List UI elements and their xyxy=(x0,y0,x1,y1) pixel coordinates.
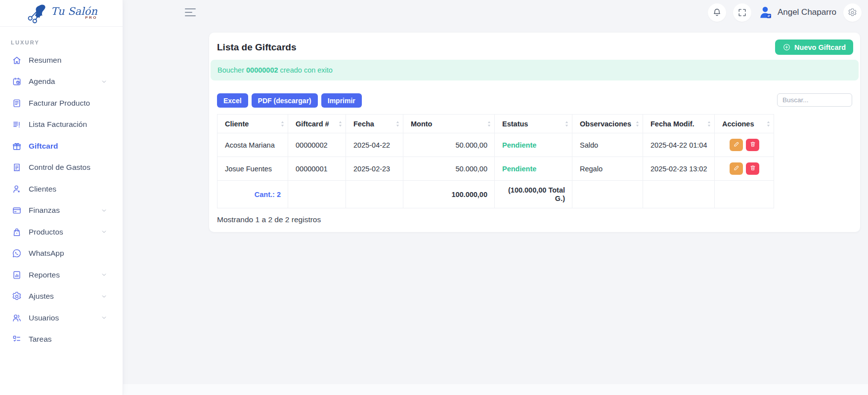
chevron-down-icon xyxy=(101,79,107,85)
sort-icon xyxy=(766,120,771,127)
monto-cell: 50.000,00 xyxy=(403,133,495,157)
sort-icon xyxy=(564,120,569,127)
sort-icon xyxy=(338,120,343,127)
sidebar-item-usuarios[interactable]: Usuarios xyxy=(0,307,123,329)
sidebar-item-reportes[interactable]: Reportes xyxy=(0,264,123,286)
bag-icon xyxy=(12,227,22,237)
sidebar-item-lista-facturaci-n[interactable]: Lista Facturación xyxy=(0,114,123,136)
search-input[interactable] xyxy=(777,93,852,107)
settings-button[interactable] xyxy=(843,3,862,22)
sidebar-item-giftcard[interactable]: Giftcard xyxy=(0,135,123,157)
sidebar-item-ajustes[interactable]: Ajustes xyxy=(0,286,123,308)
status-badge: Pendiente xyxy=(502,141,536,149)
footer-empty xyxy=(643,181,715,208)
sort-icon xyxy=(707,120,711,127)
main-panel: Lista de Giftcards Nuevo Giftcard Bouche… xyxy=(123,25,868,232)
chevron-down-icon xyxy=(101,272,107,278)
page-title: Lista de Giftcards xyxy=(217,42,297,53)
giftcard-cell: 00000001 xyxy=(288,157,346,181)
client-star-icon xyxy=(12,184,22,194)
menu-toggle-button[interactable] xyxy=(183,6,198,19)
trash-icon xyxy=(749,164,756,173)
voucher-code: 00000002 xyxy=(246,66,278,74)
sidebar-item-label: Reportes xyxy=(29,271,60,279)
list-icon xyxy=(12,119,22,129)
app-root: Tu Salón PRO LUXURY ResumenAgendaFactura… xyxy=(0,0,868,232)
estatus-cell: Pendiente xyxy=(495,133,572,157)
success-alert: Boucher 00000002 creado con exito xyxy=(211,60,859,80)
user-menu[interactable]: Angel Chaparro xyxy=(758,5,836,20)
new-giftcard-button[interactable]: Nuevo Giftcard xyxy=(775,40,853,55)
column-header-estatus[interactable]: Estatus xyxy=(495,115,572,133)
invoice-icon xyxy=(12,98,22,108)
table-row: Josue Fuentes000000012025-02-2350.000,00… xyxy=(217,157,774,181)
status-badge: Pendiente xyxy=(502,165,536,173)
column-header-cliente[interactable]: Cliente xyxy=(217,115,288,133)
sidebar-item-finanzas[interactable]: Finanzas xyxy=(0,200,123,222)
sort-icon xyxy=(487,120,491,127)
column-header-giftcard[interactable]: Giftcard # xyxy=(288,115,346,133)
footer-empty xyxy=(346,181,403,208)
sidebar-item-whatsapp[interactable]: WhatsApp xyxy=(0,243,123,265)
whatsapp-icon xyxy=(12,248,22,258)
footer-empty xyxy=(288,181,346,208)
sidebar: Tu Salón PRO LUXURY ResumenAgendaFactura… xyxy=(0,0,123,395)
report-icon xyxy=(12,270,22,280)
column-header-observaciones[interactable]: Observaciones xyxy=(572,115,643,133)
delete-giftcard-button[interactable] xyxy=(746,139,759,151)
gift-icon xyxy=(12,141,22,151)
brand-logo[interactable]: Tu Salón PRO xyxy=(0,0,123,27)
chevron-down-icon xyxy=(101,229,107,235)
sidebar-item-productos[interactable]: Productos xyxy=(0,221,123,243)
giftcard-cell: 00000002 xyxy=(288,133,346,157)
sort-icon xyxy=(280,120,285,127)
column-header-monto[interactable]: Monto xyxy=(403,115,495,133)
table-toolbar: ExcelPDF (descargar)Imprimir xyxy=(217,93,852,108)
export-button-pdf-descargar[interactable]: PDF (descargar) xyxy=(252,93,318,108)
column-header-fecha-modif[interactable]: Fecha Modif. xyxy=(643,115,715,133)
footer-empty xyxy=(572,181,643,208)
home-icon xyxy=(12,55,22,65)
notifications-button[interactable] xyxy=(708,3,726,22)
fullscreen-button[interactable] xyxy=(733,3,751,22)
topbar: Angel Chaparro xyxy=(123,0,868,25)
estatus-cell: Pendiente xyxy=(495,157,572,181)
tasks-icon xyxy=(12,334,22,344)
export-button-imprimir[interactable]: Imprimir xyxy=(321,93,362,108)
users-icon xyxy=(12,313,22,323)
sidebar-item-agenda[interactable]: Agenda xyxy=(0,71,123,93)
sidebar-item-label: Productos xyxy=(29,228,63,237)
delete-giftcard-button[interactable] xyxy=(746,162,759,175)
cliente-cell: Acosta Mariana xyxy=(217,133,288,157)
sidebar-item-control-de-gastos[interactable]: Control de Gastos xyxy=(0,157,123,179)
giftcards-table: ClienteGiftcard #FechaMontoEstatusObserv… xyxy=(217,114,774,208)
edit-giftcard-button[interactable] xyxy=(730,162,743,175)
sidebar-item-facturar-producto[interactable]: Facturar Producto xyxy=(0,92,123,114)
export-button-excel[interactable]: Excel xyxy=(217,93,248,108)
bell-icon xyxy=(712,8,722,17)
fecha-modif-cell: 2025-04-22 01:04 xyxy=(643,133,715,157)
receipt-icon xyxy=(12,162,22,172)
content-area: Angel Chaparro Lista de Giftcards Nuevo … xyxy=(123,0,868,232)
actions-cell xyxy=(715,133,774,157)
column-header-fecha[interactable]: Fecha xyxy=(346,115,403,133)
sidebar-item-clientes[interactable]: Clientes xyxy=(0,178,123,200)
bottom-strip xyxy=(123,384,868,395)
chevron-down-icon xyxy=(101,293,107,300)
footer-total-g: (100.000,00 Total G.) xyxy=(495,181,572,208)
export-buttons: ExcelPDF (descargar)Imprimir xyxy=(217,93,362,108)
footer-empty xyxy=(715,181,774,208)
edit-giftcard-button[interactable] xyxy=(730,139,743,151)
fecha-cell: 2025-04-22 xyxy=(346,133,403,157)
gear-icon xyxy=(848,8,857,17)
sidebar-item-tareas[interactable]: Tareas xyxy=(0,329,123,351)
monto-cell: 50.000,00 xyxy=(403,157,495,181)
sidebar-item-label: Usuarios xyxy=(29,314,59,322)
pencil-icon xyxy=(733,164,740,173)
salon-scissors-icon xyxy=(25,2,48,24)
column-header-acciones[interactable]: Acciones xyxy=(715,115,774,133)
sidebar-item-resumen[interactable]: Resumen xyxy=(0,49,123,71)
sidebar-item-label: Lista Facturación xyxy=(29,120,87,129)
observaciones-cell: Regalo xyxy=(572,157,643,181)
chevron-down-icon xyxy=(101,315,107,321)
